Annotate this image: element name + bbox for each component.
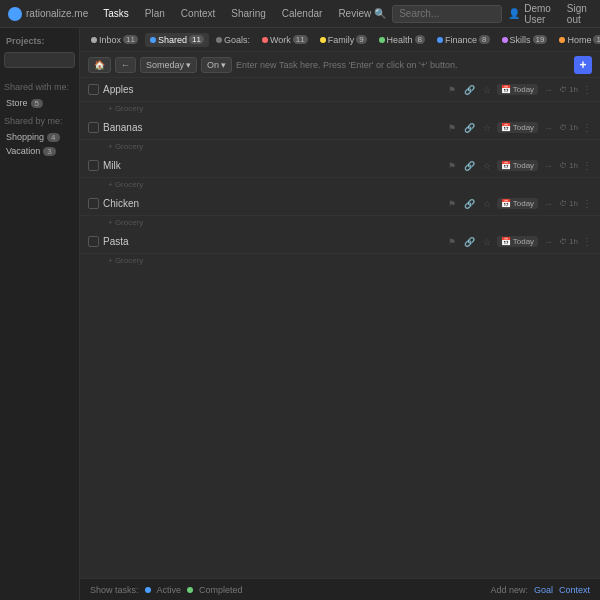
star-icon[interactable]: ☆	[481, 199, 493, 209]
filter-tab-goals[interactable]: Goals:	[211, 33, 255, 47]
task-time[interactable]: ⏱ 1h	[559, 161, 578, 170]
clock-icon: ⏱	[559, 161, 567, 170]
arrow-icon[interactable]: →	[542, 123, 555, 133]
task-date[interactable]: 📅 Today	[497, 122, 538, 133]
task-row: Pasta ⚑ 🔗 ☆ 📅 Today → ⏱ 1h ⋮	[80, 230, 600, 254]
sidebar-item-store[interactable]: Store5	[4, 96, 75, 110]
task-menu-icon[interactable]: ⋮	[582, 160, 592, 171]
arrow-icon[interactable]: →	[542, 199, 555, 209]
link-icon[interactable]: 🔗	[462, 237, 477, 247]
filter-tab-work[interactable]: Work11	[257, 33, 313, 47]
nav-tab-review[interactable]: Review	[335, 6, 374, 21]
nav-tab-sharing[interactable]: Sharing	[228, 6, 268, 21]
shared-with-me-items: Store5	[4, 96, 75, 110]
nav-tab-plan[interactable]: Plan	[142, 6, 168, 21]
link-icon[interactable]: 🔗	[462, 161, 477, 171]
task-checkbox[interactable]	[88, 236, 99, 247]
filter-tab-label: Finance	[445, 35, 477, 45]
task-row: Chicken ⚑ 🔗 ☆ 📅 Today → ⏱ 1h ⋮	[80, 192, 600, 216]
filter-dot	[91, 37, 97, 43]
add-subtask-btn[interactable]: + Grocery	[108, 180, 143, 189]
task-row: Milk ⚑ 🔗 ☆ 📅 Today → ⏱ 1h ⋮	[80, 154, 600, 178]
user-area: 👤 Demo User Sign out	[508, 3, 592, 25]
logo-icon	[8, 7, 22, 21]
filter-tab-finance[interactable]: Finance8	[432, 33, 494, 47]
user-icon: 👤	[508, 8, 520, 19]
nav-tab-tasks[interactable]: Tasks	[100, 6, 132, 21]
flag-icon[interactable]: ⚑	[446, 85, 458, 95]
filter-tab-family[interactable]: Family9	[315, 33, 372, 47]
filter-tab-label: Home	[567, 35, 591, 45]
flag-icon[interactable]: ⚑	[446, 123, 458, 133]
task-time[interactable]: ⏱ 1h	[559, 123, 578, 132]
signout-link[interactable]: Sign out	[567, 3, 592, 25]
sidebar-item-vacation[interactable]: Vacation3	[4, 144, 75, 158]
star-icon[interactable]: ☆	[481, 237, 493, 247]
nav-tab-calendar[interactable]: Calendar	[279, 6, 326, 21]
time-label: 1h	[569, 199, 578, 208]
add-task-button[interactable]: +	[574, 56, 592, 74]
filter-bar: Inbox11Shared11Goals:Work11Family9Health…	[80, 28, 600, 52]
task-date[interactable]: 📅 Today	[497, 84, 538, 95]
task-time[interactable]: ⏱ 1h	[559, 199, 578, 208]
arrow-icon[interactable]: →	[542, 85, 555, 95]
back-btn[interactable]: ←	[115, 57, 136, 73]
task-date[interactable]: 📅 Today	[497, 236, 538, 247]
link-icon[interactable]: 🔗	[462, 123, 477, 133]
on-toggle-btn[interactable]: On ▾	[201, 57, 232, 73]
task-checkbox[interactable]	[88, 198, 99, 209]
search-input[interactable]	[392, 5, 502, 23]
filter-tab-home[interactable]: Home18	[554, 33, 600, 47]
filter-tab-inbox[interactable]: Inbox11	[86, 33, 143, 47]
task-menu-icon[interactable]: ⋮	[582, 236, 592, 247]
task-menu-icon[interactable]: ⋮	[582, 122, 592, 133]
logo-area: rationalize.me	[8, 7, 88, 21]
calendar-icon: 📅	[501, 123, 511, 132]
arrow-icon[interactable]: →	[542, 161, 555, 171]
task-date[interactable]: 📅 Today	[497, 160, 538, 171]
arrow-icon[interactable]: →	[542, 237, 555, 247]
add-subtask-btn[interactable]: + Grocery	[108, 218, 143, 227]
add-subtask-btn[interactable]: + Grocery	[108, 142, 143, 151]
filter-tab-count: 11	[293, 35, 308, 44]
add-subtask-btn[interactable]: + Grocery	[108, 104, 143, 113]
filter-tab-shared[interactable]: Shared11	[145, 33, 209, 47]
sidebar-search-input[interactable]	[4, 52, 75, 68]
flag-icon[interactable]: ⚑	[446, 199, 458, 209]
task-input[interactable]	[236, 60, 570, 70]
star-icon[interactable]: ☆	[481, 161, 493, 171]
star-icon[interactable]: ☆	[481, 85, 493, 95]
show-tasks-label: Show tasks:	[90, 585, 139, 595]
filter-tab-health[interactable]: Health8	[374, 33, 430, 47]
task-menu-icon[interactable]: ⋮	[582, 198, 592, 209]
task-time[interactable]: ⏱ 1h	[559, 85, 578, 94]
add-context-link[interactable]: Context	[559, 585, 590, 595]
link-icon[interactable]: 🔗	[462, 85, 477, 95]
flag-icon[interactable]: ⚑	[446, 161, 458, 171]
link-icon[interactable]: 🔗	[462, 199, 477, 209]
date-label: Today	[513, 161, 534, 170]
star-icon[interactable]: ☆	[481, 123, 493, 133]
task-checkbox[interactable]	[88, 84, 99, 95]
time-label: 1h	[569, 123, 578, 132]
subtask-row: + Grocery	[80, 254, 600, 268]
flag-icon[interactable]: ⚑	[446, 237, 458, 247]
sidebar-item-shopping[interactable]: Shopping4	[4, 130, 75, 144]
bottom-bar: Show tasks: Active Completed Add new: Go…	[80, 578, 600, 600]
filter-tab-skills[interactable]: Skills19	[497, 33, 553, 47]
task-name: Apples	[103, 84, 442, 95]
task-menu-icon[interactable]: ⋮	[582, 84, 592, 95]
add-goal-link[interactable]: Goal	[534, 585, 553, 595]
task-checkbox[interactable]	[88, 160, 99, 171]
search-area: 🔍	[374, 5, 502, 23]
add-subtask-btn[interactable]: + Grocery	[108, 256, 143, 265]
nav-tab-context[interactable]: Context	[178, 6, 218, 21]
task-checkbox[interactable]	[88, 122, 99, 133]
task-date[interactable]: 📅 Today	[497, 198, 538, 209]
add-new: Add new: Goal Context	[490, 585, 590, 595]
clock-icon: ⏱	[559, 199, 567, 208]
home-nav-btn[interactable]: 🏠	[88, 57, 111, 73]
task-time[interactable]: ⏱ 1h	[559, 237, 578, 246]
shared-by-me-label: Shared by me:	[4, 116, 75, 126]
someday-btn[interactable]: Someday ▾	[140, 57, 197, 73]
